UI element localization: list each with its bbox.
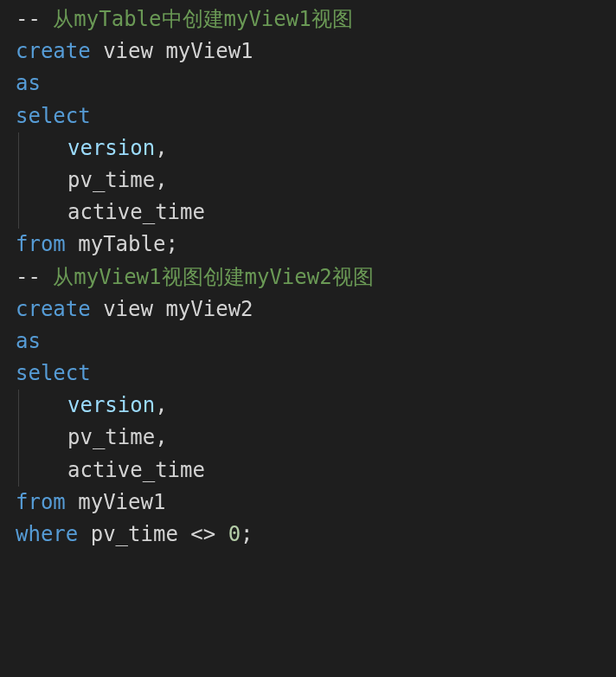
sql-punct: ; [241,522,253,546]
code-line: as [16,326,600,358]
indent-guide [18,390,19,422]
sql-punct: , [155,393,167,417]
code-line: from myTable; [16,229,600,261]
indent-guide [18,197,19,229]
sql-text: pv_time, [67,168,168,192]
code-line: where pv_time <> 0; [16,519,600,551]
code-line: -- 从myTable中创建myView1视图 [16,3,600,35]
sql-keyword: as [16,71,41,95]
sql-keyword: select [16,104,91,128]
sql-text: active_time [67,200,205,224]
code-line: pv_time, [16,164,600,197]
sql-keyword: create [16,297,91,321]
sql-keyword: from [16,490,66,514]
sql-identifier: version [67,136,155,160]
sql-punct: , [155,136,167,160]
sql-keyword: create [16,39,91,63]
code-line: select [16,100,600,132]
comment-dashes: -- [16,7,53,31]
indent-guide [18,422,19,454]
comment-text: 从myView1视图创建myView2视图 [53,265,373,289]
sql-text: myView1 [66,490,166,514]
code-line: as [16,68,600,100]
code-line: active_time [16,197,600,229]
sql-text: pv_time, [67,425,168,449]
code-line: from myView1 [16,487,600,519]
sql-text: myTable; [66,232,178,256]
indent-guide [18,132,19,164]
comment-dashes: -- [16,265,53,289]
code-line: select [16,358,600,390]
code-line: create view myView1 [16,35,600,68]
code-line: -- 从myView1视图创建myView2视图 [16,261,600,293]
sql-keyword: where [16,522,78,546]
sql-identifier: version [67,393,155,417]
indent-guide [18,455,19,487]
sql-text: pv_time <> [78,522,228,546]
sql-text: view myView1 [91,39,253,63]
sql-keyword: select [16,361,91,385]
code-line: version, [16,132,600,164]
indent-guide [18,164,19,197]
code-editor[interactable]: -- 从myTable中创建myView1视图create view myVie… [16,3,600,551]
comment-text: 从myTable中创建myView1视图 [53,7,352,31]
sql-text: active_time [67,458,205,482]
sql-number: 0 [228,522,241,546]
sql-keyword: from [16,232,66,256]
code-line: version, [16,390,600,422]
sql-text: view myView2 [91,297,253,321]
code-line: pv_time, [16,422,600,454]
code-line: create view myView2 [16,293,600,326]
code-line: active_time [16,455,600,487]
sql-keyword: as [16,329,41,353]
